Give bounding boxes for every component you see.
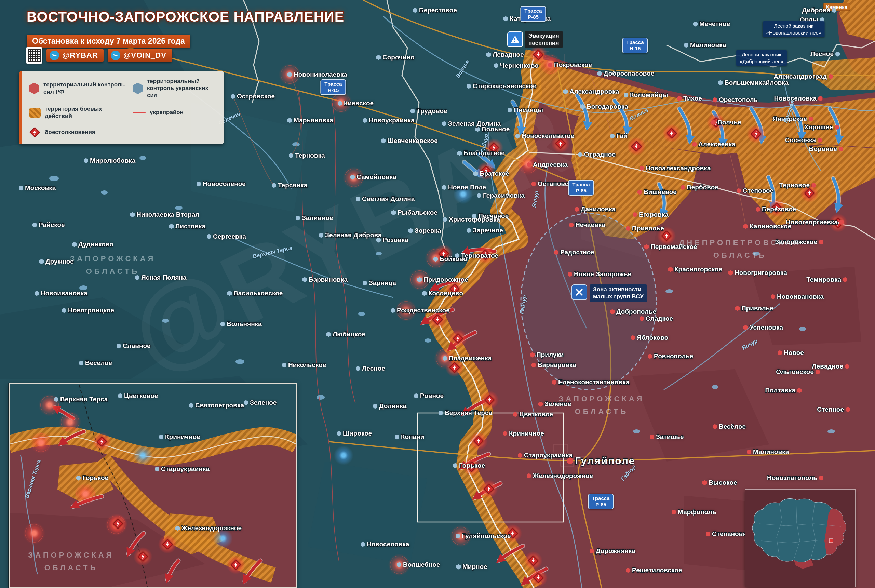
- town-label: Первомайское: [644, 243, 697, 250]
- hatch-icon: [29, 108, 40, 118]
- town-name: Воздвиженка: [449, 354, 491, 362]
- clash-diamond: [528, 555, 538, 566]
- clash-diamond: [631, 141, 641, 152]
- clash-glow: [707, 113, 725, 132]
- settlement-marker-icon: [196, 182, 201, 187]
- clash-diamond: [533, 49, 544, 60]
- town-label: Листовка: [169, 222, 205, 230]
- lightning-icon: [664, 233, 669, 239]
- town-name: Приволье: [742, 304, 773, 312]
- lightning-icon: [483, 252, 488, 258]
- settlement-marker-icon: [361, 542, 365, 547]
- town-name: Высокое: [709, 479, 737, 486]
- town-label: Никольское: [282, 362, 327, 369]
- settlement-marker-icon: [563, 89, 568, 94]
- town-name: Январское: [772, 115, 807, 123]
- town-label: Еленоконстантиновка: [552, 378, 629, 386]
- town-label: Московка: [19, 184, 56, 192]
- settlement-marker-icon: [456, 564, 461, 570]
- hex-blue-icon: [133, 83, 143, 94]
- clash-glow: [445, 280, 464, 298]
- town-name: Каменка: [823, 3, 850, 11]
- channel-badge-rybar[interactable]: @RYBAR: [46, 48, 103, 62]
- settlement-marker-icon: [580, 104, 585, 110]
- town-name: Березовое: [762, 206, 796, 213]
- river-label: Янчур: [741, 338, 759, 351]
- lightning-icon: [807, 190, 812, 196]
- settlement-marker-icon: [693, 21, 698, 27]
- settlement-marker-icon: [33, 222, 37, 228]
- settlement-marker-icon: [513, 412, 517, 417]
- settlement-marker-icon: [554, 250, 559, 255]
- settlement-marker-icon: [706, 532, 710, 537]
- settlement-marker-icon: [743, 224, 748, 229]
- clash-diamond: [661, 230, 672, 241]
- settlement-marker-icon: [737, 188, 741, 194]
- town-label: Яблоково: [631, 334, 668, 342]
- clash-diamond: [449, 284, 460, 294]
- settlement-marker-icon: [337, 431, 341, 436]
- region-label-line: ЗАПОРОЖСКАЯ: [70, 252, 156, 265]
- town-label: Отрадное: [578, 151, 616, 158]
- town-name: Варваровка: [538, 362, 576, 369]
- town-name: Верхняя Терса: [445, 409, 492, 417]
- clash-diamond: [771, 202, 782, 213]
- town-label: Лесное: [811, 50, 840, 58]
- settlement-marker-icon: [422, 291, 427, 296]
- channel-badge-voin-dv[interactable]: @VOIN_DV: [108, 48, 172, 62]
- clash-diamond: [533, 572, 544, 583]
- town-name: Райское: [39, 221, 65, 229]
- town-label: Запорожское: [775, 238, 823, 246]
- town-name: Степановка: [712, 530, 749, 538]
- lightning-icon: [774, 205, 779, 211]
- settlement-marker-icon: [819, 476, 823, 481]
- town-label: Успеновка: [743, 324, 783, 331]
- settlement-marker-icon: [395, 435, 399, 440]
- town-label: Широкое: [337, 430, 372, 437]
- town-label: Егоровка: [633, 211, 668, 219]
- settlement-marker-icon: [532, 363, 536, 368]
- forest2-line2: «Дибровский лес»: [740, 58, 784, 65]
- town-label: Мечетное: [693, 20, 730, 28]
- settlement-marker-icon: [413, 8, 417, 13]
- settlement-marker-icon: [778, 350, 782, 356]
- settlement-marker-icon: [626, 226, 630, 231]
- road-badge-line: Трасса: [592, 495, 610, 501]
- town-name: Московка: [25, 184, 56, 192]
- town-label: Покровское: [548, 61, 592, 69]
- settlement-marker-icon: [417, 277, 422, 282]
- clash-glow: [662, 124, 681, 142]
- settlement-marker-icon: [640, 166, 644, 171]
- town-name: Железнодорожное: [533, 472, 593, 480]
- town-name: Широкое: [343, 430, 372, 437]
- settlement-marker-icon: [672, 510, 676, 515]
- clash-hotspot-glow: [388, 554, 411, 576]
- lightning-icon: [510, 530, 515, 536]
- town-label: Новогеоргиевка: [786, 219, 844, 226]
- settlement-marker-icon: [538, 402, 543, 407]
- map-stage: БерестовоеКатериновкаКаменкаМечетноеОрлы…: [0, 0, 875, 588]
- town-label: Александровка: [563, 88, 619, 95]
- legend-label: территория боевых действий: [45, 106, 126, 120]
- town-name: Орестополь: [719, 96, 758, 104]
- town-name: Радостное: [560, 249, 594, 256]
- settlement-marker-icon: [207, 234, 211, 239]
- settlement-marker-icon: [117, 344, 121, 349]
- page-title: ВОСТОЧНО-ЗАПОРОЖСКОЕ НАПРАВЛЕНИЕ: [27, 9, 344, 25]
- settlement-marker-icon: [811, 183, 816, 188]
- town-label: Темировка: [806, 276, 847, 284]
- road-badge: ТрассаР-85: [520, 6, 546, 22]
- lightning-icon: [452, 286, 457, 292]
- settlement-marker-icon: [713, 98, 717, 102]
- settlement-marker-icon: [503, 16, 508, 21]
- settlement-marker-icon: [289, 153, 293, 158]
- town-name: Степовое: [743, 187, 773, 195]
- town-label: Орестополь: [713, 96, 758, 104]
- town-name: Цветковое: [519, 411, 553, 418]
- road-badge-line: Трасса: [626, 39, 644, 45]
- settlement-marker-icon: [711, 120, 716, 125]
- town-name: Бойково: [439, 255, 467, 263]
- town-name: Сосновка: [785, 136, 816, 144]
- settlement-marker-icon: [391, 308, 395, 313]
- town-label: Новоселовка: [361, 540, 409, 548]
